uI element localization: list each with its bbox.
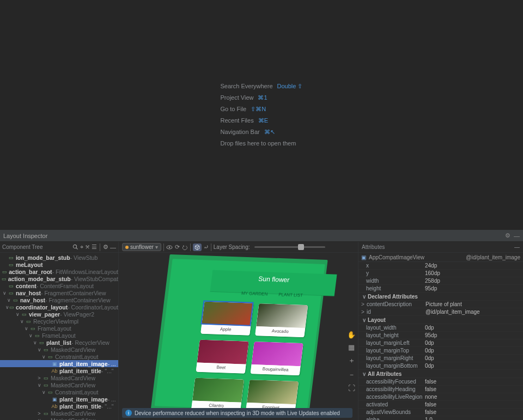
mode-3d-button[interactable]: [193, 244, 202, 251]
search-icon[interactable]: [72, 244, 78, 250]
tree-toggle[interactable]: ∨: [23, 326, 29, 331]
tree-toggle[interactable]: ∨: [1, 290, 8, 296]
tree-row[interactable]: >▭ MaskedCardView: [0, 374, 118, 381]
minimize-icon[interactable]: —: [514, 233, 520, 239]
refresh-icon[interactable]: ⭮: [182, 244, 188, 251]
tree-row[interactable]: ∨▭ FrameLayout: [0, 332, 118, 339]
attribute-row[interactable]: layout_height95dp: [358, 332, 523, 339]
tree-toggle[interactable]: >: [36, 411, 42, 416]
tree-row[interactable]: ▣ plant_item_image - ...: [0, 360, 118, 367]
minimize-icon[interactable]: —: [514, 244, 520, 250]
attribute-group[interactable]: ∨Layout: [358, 316, 523, 324]
tree-row[interactable]: Ab plant_item_title - "...": [0, 403, 118, 410]
tree-toggle[interactable]: ∨: [32, 340, 38, 345]
tree-row[interactable]: ▭ action_bar_root - FitWindowsLinearLayo…: [0, 268, 118, 275]
tree-row[interactable]: ▣ plant_item_image - ...: [0, 395, 118, 403]
render-stage[interactable]: Sun flower MY GARDEN PLANT LIST AppleAvo…: [119, 253, 358, 420]
render-toolbar: sunflower ▾ ⟳ ⭮ ⤾ Layer Spacing:: [119, 242, 358, 253]
attribute-value: 1.0: [425, 417, 433, 420]
filter-icon[interactable]: ⌖: [80, 244, 83, 251]
attribute-value: @id/plant_item_image: [425, 309, 480, 315]
tree-row[interactable]: ∨▭ view_pager - ViewPager2: [0, 311, 118, 318]
zoom-to-fit-icon[interactable]: ⛶: [347, 384, 356, 392]
tree-toggle[interactable]: ∨: [14, 312, 21, 317]
attribute-row[interactable]: layout_marginBottom0dp: [358, 362, 523, 370]
minimize-icon[interactable]: —: [110, 244, 116, 251]
gear-icon[interactable]: ⚙: [103, 244, 108, 251]
attribute-name: layout_height: [366, 332, 425, 338]
tree-toggle[interactable]: ∨: [27, 333, 34, 338]
tree-row[interactable]: ∨▭ MaskedCardView: [0, 381, 118, 388]
hand-pan-icon[interactable]: ✋: [347, 330, 356, 338]
live-updates-icon[interactable]: ⟳: [175, 244, 180, 251]
preview-card-image: [256, 303, 308, 328]
layer-spacing-slider[interactable]: [254, 246, 325, 248]
component-tree[interactable]: ▭ ion_mode_bar_stub - ViewStub▭ meLayout…: [0, 253, 118, 420]
attribute-row[interactable]: width258dp: [358, 277, 523, 285]
tree-toggle[interactable]: ∨: [19, 319, 25, 324]
tree-toggle[interactable]: ∨: [5, 297, 12, 303]
layers-icon[interactable]: ▦: [347, 343, 356, 351]
tree-toggle[interactable]: >: [36, 375, 42, 381]
attribute-group[interactable]: ∨All Attributes: [358, 370, 523, 378]
editor-hint: Go to File⇧⌘N: [221, 106, 303, 113]
attribute-row[interactable]: accessibilityHeadingfalse: [358, 386, 523, 393]
tree-row[interactable]: ▭ meLayout: [0, 261, 118, 268]
preview-card: Apple: [200, 302, 253, 336]
tree-row[interactable]: >▭ MaskedCardView: [0, 410, 118, 417]
tree-toggle[interactable]: ∨: [5, 305, 9, 310]
attribute-row[interactable]: accessibilityFocusedfalse: [358, 378, 523, 386]
eye-icon[interactable]: [166, 244, 173, 251]
gear-icon[interactable]: ⚙: [505, 232, 510, 239]
attribute-group[interactable]: ∨Declared Attributes: [358, 293, 523, 301]
attribute-row[interactable]: height95dp: [358, 285, 523, 293]
process-selector[interactable]: sunflower ▾: [122, 243, 161, 251]
attributes-list[interactable]: x24dpy160dpwidth258dpheight95dp∨Declared…: [358, 262, 523, 420]
tree-row[interactable]: ∨▭ RecyclerViewImpl: [0, 318, 118, 325]
attribute-row[interactable]: activatedfalse: [358, 401, 523, 409]
attribute-row[interactable]: alpha1.0: [358, 416, 523, 420]
attribute-row[interactable]: x24dp: [358, 262, 523, 270]
text-icon: Ab: [51, 368, 58, 374]
tree-toggle[interactable]: ∨: [36, 382, 42, 388]
slider-thumb[interactable]: [298, 244, 304, 250]
preview-app-title: Sun flower: [211, 273, 337, 285]
attribute-row[interactable]: layout_marginRight0dp: [358, 355, 523, 362]
zoom-out-icon[interactable]: －: [347, 369, 356, 379]
attribute-row[interactable]: y160dp: [358, 270, 523, 277]
rotate-icon[interactable]: ⤾: [204, 244, 209, 251]
tree-row[interactable]: ∨▭ ConstraintLayout: [0, 388, 118, 395]
tree-row[interactable]: ∨▭ nav_host - FragmentContainerView: [0, 296, 118, 303]
tree-toggle[interactable]: ∨: [40, 389, 47, 395]
tree-row[interactable]: ▭ content - ContentFrameLayout: [0, 282, 118, 289]
tree-toggle[interactable]: ∨: [40, 354, 47, 360]
tree-toggle[interactable]: ∨: [36, 418, 42, 421]
tree-row[interactable]: ∨▭ plant_list - RecyclerView: [0, 339, 118, 346]
tree-row[interactable]: ∨▭ MaskedCardView: [0, 346, 118, 353]
attribute-row[interactable]: adjustViewBoundsfalse: [358, 409, 523, 416]
attribute-row[interactable]: > contentDescriptionPicture of plant: [358, 301, 523, 308]
attribute-row[interactable]: layout_marginTop0dp: [358, 347, 523, 355]
attribute-row[interactable]: layout_width0dp: [358, 324, 523, 332]
attribute-row[interactable]: > id@id/plant_item_image: [358, 308, 523, 316]
attribute-row[interactable]: accessibilityLiveRegionnone: [358, 393, 523, 401]
tree-row[interactable]: ∨▭ FrameLayout: [0, 325, 118, 332]
tree-row[interactable]: Ab plant_item_title - "...": [0, 367, 118, 374]
collapse-icon[interactable]: ⤧: [85, 244, 90, 251]
tree-row[interactable]: ▭ action_mode_bar_stub - ViewStubCompat: [0, 275, 118, 282]
attribute-name: alpha: [366, 417, 425, 420]
chevron-icon: >: [361, 309, 367, 315]
tree-row[interactable]: ∨▭ coordinator_layout - CoordinatorLayou…: [0, 303, 118, 311]
tree-node-type: MaskedCardView: [51, 417, 95, 421]
filter-hamburger-icon[interactable]: ☰: [92, 244, 97, 251]
attribute-value: 0dp: [425, 348, 434, 354]
zoom-in-icon[interactable]: ＋: [347, 355, 356, 365]
tree-row[interactable]: ∨▭ nav_host - FragmentContainerView: [0, 289, 118, 296]
tree-row[interactable]: ∨▭ ConstraintLayout: [0, 353, 118, 360]
attribute-row[interactable]: layout_marginLeft0dp: [358, 339, 523, 347]
attributes-pane: Attributes — ▣ AppCompatImageView @id/pl…: [358, 242, 523, 420]
tree-toggle[interactable]: ∨: [36, 347, 42, 352]
preview-tab: PLANT LIST: [278, 292, 303, 302]
tree-row[interactable]: ∨▭ MaskedCardView: [0, 417, 118, 420]
tree-row[interactable]: ▭ ion_mode_bar_stub - ViewStub: [0, 254, 118, 261]
